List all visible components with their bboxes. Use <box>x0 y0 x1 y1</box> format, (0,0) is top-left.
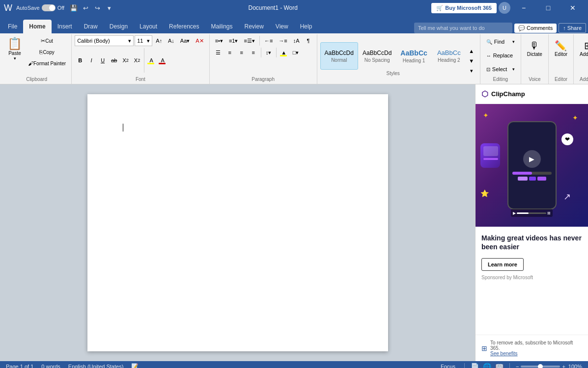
text-highlight-button[interactable]: A <box>146 55 157 66</box>
undo-button[interactable]: ↩ <box>80 2 91 13</box>
font-size-selector[interactable]: 11 ▾ <box>135 35 152 46</box>
clipboard-group-label: Clipboard <box>5 76 68 83</box>
close-button[interactable]: ✕ <box>561 0 584 16</box>
tab-view[interactable]: View <box>270 20 294 33</box>
voice-group-label: Voice <box>524 76 545 83</box>
multilevel-list-button[interactable]: ≡☰▾ <box>241 35 257 46</box>
font-format-row: B I U ab X2 X2 A A <box>75 48 206 73</box>
see-benefits-link[interactable]: See benefits <box>490 351 518 356</box>
learn-more-button[interactable]: Learn more <box>481 258 524 271</box>
clipchamp-header: ⬡ ClipChamp <box>476 84 588 104</box>
strikethrough-button[interactable]: ab <box>109 55 119 66</box>
style-normal-button[interactable]: AaBbCcDd Normal <box>320 42 358 70</box>
cut-label: Cut <box>45 38 53 44</box>
focus-button[interactable]: Focus <box>438 363 458 368</box>
line-spacing-button[interactable]: ↕▾ <box>263 47 274 58</box>
titlebar-right: 🛒 Buy Microsoft 365 U − □ ✕ <box>431 0 584 16</box>
italic-button[interactable]: I <box>86 55 97 66</box>
zoom-thumb <box>538 364 543 368</box>
star-icon-2: ✦ <box>483 111 489 119</box>
find-button[interactable]: 🔍 Find ▾ <box>483 35 518 48</box>
tab-mailings[interactable]: Mailings <box>205 20 238 33</box>
align-right-button[interactable]: ≡ <box>236 47 247 58</box>
style-no-spacing-button[interactable]: AaBbCcDd No Spacing <box>358 42 396 70</box>
show-marks-button[interactable]: ¶ <box>303 35 314 46</box>
web-layout-view-button[interactable]: 🌐 <box>483 363 491 368</box>
tab-draw[interactable]: Draw <box>78 20 104 33</box>
shading-button[interactable]: ▲ <box>279 47 289 58</box>
change-case-button[interactable]: Aa▾ <box>178 35 192 46</box>
style-heading1-button[interactable]: AaBbCc Heading 1 <box>396 42 431 70</box>
tab-help[interactable]: Help <box>294 20 318 33</box>
styles-more-button[interactable]: ▾ <box>466 66 477 76</box>
editor-button[interactable]: ✏️ Editor <box>552 35 570 62</box>
zoom-slider[interactable] <box>521 366 560 368</box>
search-input[interactable] <box>414 23 512 33</box>
zoom-in-button[interactable]: + <box>562 364 565 368</box>
tab-references[interactable]: References <box>163 20 205 33</box>
replace-button[interactable]: ↔ Replace <box>483 49 518 62</box>
align-left-button[interactable]: ☰ <box>213 47 224 58</box>
bold-button[interactable]: B <box>75 55 85 66</box>
zoom-level[interactable]: 100% <box>568 364 582 368</box>
language-info[interactable]: English (United States) <box>68 364 124 368</box>
save-button[interactable]: 💾 <box>68 2 79 13</box>
progress-bar <box>517 212 546 214</box>
buy-microsoft365-button[interactable]: 🛒 Buy Microsoft 365 <box>431 3 497 13</box>
increase-indent-button[interactable]: →≡ <box>276 35 289 46</box>
sort-button[interactable]: ↕A <box>291 35 302 46</box>
document-area[interactable] <box>0 84 475 361</box>
numbering-button[interactable]: ≡1▾ <box>226 35 241 46</box>
style-normal-preview: AaBbCcDd <box>325 50 354 56</box>
select-button[interactable]: ⊡ Select ▾ <box>483 63 518 76</box>
font-decrease-button[interactable]: A↓ <box>166 35 177 46</box>
decrease-indent-button[interactable]: ←≡ <box>262 35 275 46</box>
justify-button[interactable]: ≡ <box>248 47 259 58</box>
align-center-button[interactable]: ≡ <box>224 47 235 58</box>
read-view-button[interactable]: 📖 <box>495 363 504 368</box>
tab-home[interactable]: Home <box>23 20 51 33</box>
paragraph-row2: ☰ ≡ ≡ ≡ ↕▾ ▲ □▾ <box>213 47 314 58</box>
underline-button[interactable]: U <box>97 55 108 66</box>
user-avatar[interactable]: U <box>499 2 510 14</box>
font-increase-button[interactable]: A↑ <box>153 35 165 46</box>
dictate-button[interactable]: 🎙 Dictate <box>524 35 545 62</box>
font-name-value: Calibri (Body) <box>77 38 110 44</box>
redo-button[interactable]: ↪ <box>92 2 103 13</box>
addins-button[interactable]: ⊞ Add-ins <box>577 35 588 62</box>
paste-button[interactable]: 📋 Paste ▾ <box>5 35 25 62</box>
share-button[interactable]: ↑ Share <box>559 23 586 33</box>
tab-file[interactable]: File <box>2 20 23 33</box>
tab-layout[interactable]: Layout <box>134 20 163 33</box>
autosave-toggle[interactable] <box>42 4 56 11</box>
superscript-button[interactable]: X2 <box>132 55 142 66</box>
styles-group-label: Styles <box>320 70 466 77</box>
tab-design[interactable]: Design <box>104 20 134 33</box>
print-layout-view-button[interactable]: 📄 <box>471 363 479 368</box>
tab-review[interactable]: Review <box>239 20 270 33</box>
font-name-selector[interactable]: Calibri (Body) ▾ <box>75 35 134 46</box>
cut-button[interactable]: ✂ Cut <box>26 35 68 46</box>
clipboard-small-btns: ✂ Cut ⎘ Copy 🖌 Format Painter <box>26 35 68 69</box>
format-painter-button[interactable]: 🖌 Format Painter <box>26 58 68 69</box>
copy-button[interactable]: ⎘ Copy <box>26 47 68 57</box>
subscript-button[interactable]: X2 <box>120 55 131 66</box>
styles-scroll-up-button[interactable]: ▲ <box>466 47 477 55</box>
clear-formatting-button[interactable]: A✕ <box>193 35 206 46</box>
maximize-button[interactable]: □ <box>537 0 560 16</box>
sponsored-text: Sponsored by Microsoft <box>481 275 582 280</box>
document-page[interactable] <box>87 94 388 351</box>
minimize-button[interactable]: − <box>512 0 535 16</box>
comments-button[interactable]: 💬 Comments <box>514 24 557 33</box>
font-group-label: Font <box>75 76 206 83</box>
font-color-button[interactable]: A <box>157 55 168 66</box>
borders-button[interactable]: □▾ <box>290 47 302 58</box>
customize-qat-button[interactable]: ▾ <box>104 2 114 13</box>
tab-insert[interactable]: Insert <box>52 20 78 33</box>
bullets-button[interactable]: ≡•▾ <box>213 35 225 46</box>
paste-dropdown-icon[interactable]: ▾ <box>14 56 16 61</box>
undo-redo-area: 💾 ↩ ↪ ▾ <box>68 2 114 13</box>
styles-scroll-down-button[interactable]: ▼ <box>466 56 477 65</box>
zoom-out-button[interactable]: − <box>516 364 519 368</box>
style-heading2-button[interactable]: AaBbCc Heading 2 <box>432 42 466 70</box>
